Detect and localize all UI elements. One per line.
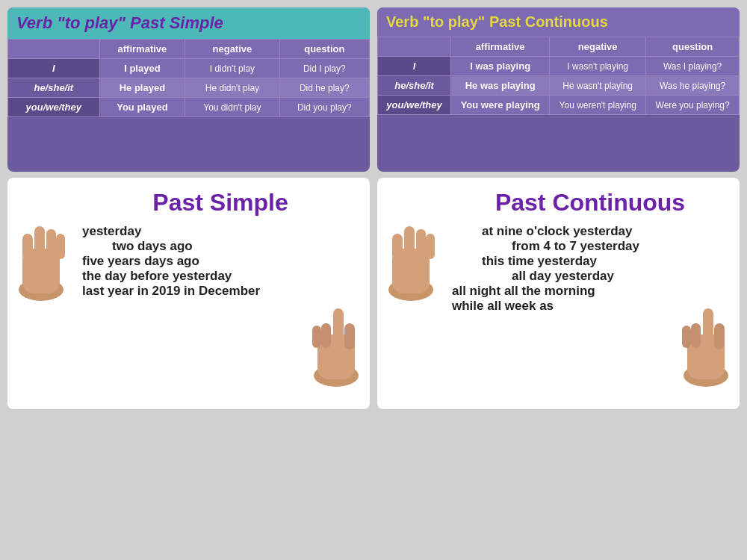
q-i-pc: Was I playing?	[646, 57, 740, 76]
neg-you-pc: You weren't playing	[550, 96, 646, 115]
neg-i: I didn't play	[185, 59, 279, 78]
past-simple-time-list: yesterday two days ago five years days a…	[82, 224, 359, 299]
expr-last-year: last year in 2019 in December	[82, 284, 359, 299]
col-affirmative-pc: affirmative	[451, 37, 550, 57]
table-row: I I was playing I wasn't playing Was I p…	[378, 57, 740, 76]
expr-five-years: five years days ago	[82, 254, 359, 269]
svg-rect-3	[34, 226, 45, 256]
past-continuous-title-area: Past Continuous	[452, 189, 728, 217]
q-i: Did I play?	[279, 59, 369, 78]
bottom-row: Past Simple yesterday two days ago five …	[7, 178, 740, 409]
expr-day-before: the day before yesterday	[82, 269, 359, 284]
past-continuous-time-list: at nine o'clock yesterday from 4 to 7 ye…	[452, 224, 728, 314]
past-simple-conjugation-card: Verb "to play" Past Simple affirmative n…	[7, 7, 370, 172]
past-simple-header: Verb "to play" Past Simple	[7, 7, 370, 39]
q-you-pc: Were you playing?	[646, 96, 740, 115]
table-row: he/she/it He was playing He wasn't playi…	[378, 76, 740, 96]
subject-he: he/she/it	[8, 78, 100, 98]
aff-he-pc: He was playing	[451, 76, 550, 96]
svg-rect-11	[312, 326, 321, 348]
col-subject	[8, 40, 100, 59]
svg-rect-8	[333, 308, 344, 342]
col-question-pc: question	[646, 37, 740, 57]
table-row: you/we/they You played You didn't play D…	[8, 98, 370, 117]
q-he: Did he play?	[279, 78, 369, 98]
past-continuous-conjugation-card: Verb "to play" Past Continuous affirmati…	[377, 7, 740, 172]
col-negative-pc: negative	[550, 37, 646, 57]
col-subject-pc	[378, 37, 451, 57]
past-continuous-table: affirmative negative question I I was pl…	[377, 37, 740, 115]
table-row: you/we/they You were playing You weren't…	[378, 96, 740, 115]
aff-he: He played	[99, 78, 185, 98]
expr-yesterday: yesterday	[82, 224, 359, 239]
neg-he: He didn't play	[185, 78, 279, 98]
svg-rect-2	[22, 234, 33, 260]
svg-rect-14	[392, 234, 403, 260]
past-simple-expressions-card: Past Simple yesterday two days ago five …	[7, 178, 370, 409]
svg-rect-20	[703, 308, 713, 342]
neg-you: You didn't play	[185, 98, 279, 117]
col-question: question	[279, 40, 369, 59]
top-row: Verb "to play" Past Simple affirmative n…	[7, 7, 740, 172]
expr-all-day: all day yesterday	[512, 269, 728, 284]
table-row: he/she/it He played He didn't play Did h…	[8, 78, 370, 98]
past-continuous-header: Verb "to play" Past Continuous	[377, 7, 740, 37]
svg-rect-23	[682, 326, 691, 348]
expr-nine-oclock: at nine o'clock yesterday	[482, 224, 728, 239]
aff-you-pc: You were playing	[451, 96, 550, 115]
subject-i-pc: I	[378, 57, 451, 76]
right-hand-icon	[306, 305, 366, 387]
svg-rect-21	[714, 323, 725, 349]
svg-rect-22	[691, 323, 701, 348]
table-row: I I played I didn't play Did I play?	[8, 59, 370, 78]
svg-rect-5	[56, 234, 65, 259]
subject-i: I	[8, 59, 100, 78]
col-affirmative: affirmative	[99, 40, 185, 59]
past-continuous-expressions-card: Past Continuous at nine o'clock yesterda…	[377, 178, 740, 409]
aff-i-pc: I was playing	[451, 57, 550, 76]
past-simple-table: affirmative negative question I I played…	[7, 39, 370, 117]
past-simple-title: Verb "to play" Past Simple	[16, 13, 223, 32]
past-simple-title-area: Past Simple	[82, 189, 359, 217]
svg-rect-17	[426, 234, 435, 259]
svg-rect-10	[321, 323, 331, 348]
q-he-pc: Was he playing?	[646, 76, 740, 96]
expr-this-time: this time yesterday	[482, 254, 728, 269]
past-continuous-expr-title: Past Continuous	[452, 189, 728, 217]
past-continuous-title: Verb "to play" Past Continuous	[386, 13, 608, 30]
aff-you: You played	[99, 98, 185, 117]
left-hand-icon	[11, 219, 71, 301]
svg-rect-4	[46, 229, 56, 258]
past-simple-expr-title: Past Simple	[82, 189, 359, 217]
subject-you-pc: you/we/they	[378, 96, 451, 115]
q-you: Did you play?	[279, 98, 369, 117]
neg-he-pc: He wasn't playing	[550, 76, 646, 96]
aff-i: I played	[99, 59, 185, 78]
subject-he-pc: he/she/it	[378, 76, 451, 96]
expr-four-to-seven: from 4 to 7 yesterday	[512, 239, 728, 254]
neg-i-pc: I wasn't playing	[550, 57, 646, 76]
col-negative: negative	[185, 40, 279, 59]
svg-rect-15	[404, 226, 415, 256]
right-hand-cont-icon	[676, 305, 736, 387]
subject-you: you/we/they	[8, 98, 100, 117]
expr-two-days: two days ago	[112, 239, 359, 254]
svg-rect-16	[416, 229, 426, 258]
left-hand-cont-icon	[381, 219, 441, 301]
svg-rect-9	[344, 323, 355, 349]
expr-all-night: all night all the morning	[452, 284, 728, 299]
main-container: Verb "to play" Past Simple affirmative n…	[0, 0, 747, 560]
